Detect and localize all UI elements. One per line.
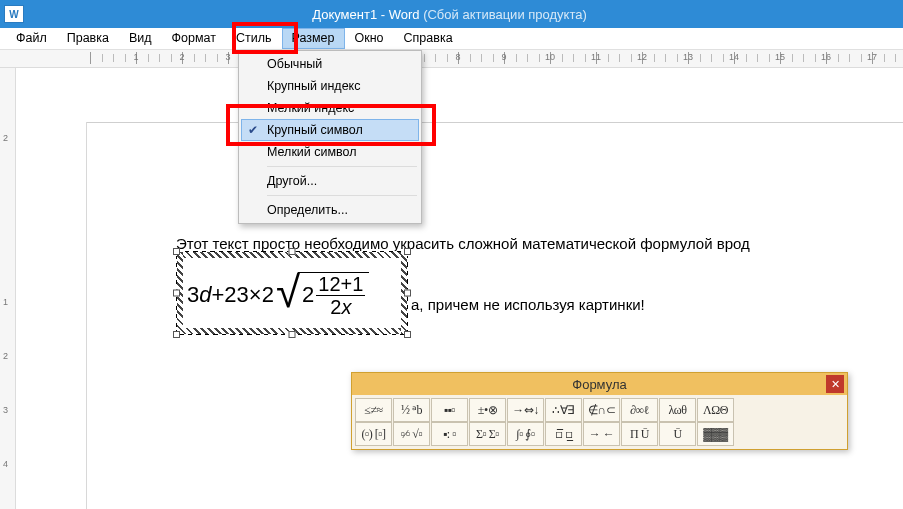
ruler-v-label: 4 [3,459,8,469]
tb-embellish[interactable]: ▪▪▫ [431,398,468,422]
tb-scripts[interactable]: ▪: ▫ [431,422,468,446]
eq-d: d [199,282,211,308]
tb-over-under[interactable]: ▫̅ ▫̲ [545,422,582,446]
toolbar-row-1: ≤≠≈ ½ ᵃb ▪▪▫ ±•⊗ →⇔↓ ∴∀∃ ∉∩⊂ ∂∞ℓ λωθ ΛΩΘ [355,398,844,422]
ruler-h-label: 14 [729,52,739,62]
window-title: Документ1 - Word (Сбой активации продукт… [30,7,899,22]
tb-brackets[interactable]: (▫) [▫] [355,422,392,446]
formula-toolbar-body: ≤≠≈ ½ ᵃb ▪▪▫ ±•⊗ →⇔↓ ∴∀∃ ∉∩⊂ ∂∞ℓ λωθ ΛΩΘ… [352,395,847,449]
dd-item-define[interactable]: Определить... [241,199,419,221]
sqrt-icon: √ [276,272,300,318]
tb-arrows[interactable]: →⇔↓ [507,398,544,422]
check-icon: ✔ [248,123,258,137]
ruler-h-label: 8 [455,52,460,62]
eq-plus: + [212,282,225,308]
paragraph-1[interactable]: Этот текст просто необходимо украсить сл… [176,235,750,252]
dd-label: Мелкий индекс [267,101,354,115]
dd-item-normal[interactable]: Обычный [241,53,419,75]
dd-item-small-symbol[interactable]: Мелкий символ [241,141,419,163]
toolbar-row-2: (▫) [▫] ▫⁄▫ √▫ ▪: ▫ Σ▫ Σ▫ ∫▫ ∮▫ ▫̅ ▫̲ → … [355,422,844,446]
resize-handle-br[interactable] [404,331,411,338]
tb-misc[interactable]: ∂∞ℓ [621,398,658,422]
dd-label: Мелкий символ [267,145,357,159]
tb-set-theory[interactable]: ∉∩⊂ [583,398,620,422]
page-top-shadow [86,122,903,123]
tb-sub-super[interactable]: ½ ᵃb [393,398,430,422]
dd-item-small-index[interactable]: Мелкий индекс [241,97,419,119]
dd-item-other[interactable]: Другой... [241,170,419,192]
tb-bars[interactable]: Ū [659,422,696,446]
eq-2: 2 [262,282,274,308]
dd-label: Крупный символ [267,123,363,137]
dd-separator [267,166,417,167]
formula-toolbar-title[interactable]: Формула ✕ [352,373,847,395]
equation-content: 3d + 23 × 2 √ 2 12+1 2x [187,264,399,326]
menu-help[interactable]: Справка [394,28,463,49]
eq-23: 23 [224,282,248,308]
ruler-vertical[interactable]: 2 1 2 3 4 [0,68,16,509]
ruler-h-label: 13 [683,52,693,62]
tb-operators[interactable]: ±•⊗ [469,398,506,422]
close-button[interactable]: ✕ [826,375,844,393]
ruler-h-label: 2 [179,52,184,62]
resize-handle-t[interactable] [289,248,296,255]
app-icon: W [4,5,24,23]
ruler-h-label: 1 [133,52,138,62]
resize-handle-tr[interactable] [404,248,411,255]
resize-handle-r[interactable] [404,290,411,297]
resize-handle-b[interactable] [289,331,296,338]
menu-bar: Файл Правка Вид Формат Стиль Размер Окно… [0,28,903,50]
tb-relations[interactable]: ≤≠≈ [355,398,392,422]
resize-handle-l[interactable] [173,290,180,297]
ruler-v-label: 2 [3,351,8,361]
tb-sums[interactable]: Σ▫ Σ▫ [469,422,506,446]
menu-file[interactable]: Файл [6,28,57,49]
ruler-h-label: 15 [775,52,785,62]
dd-item-large-index[interactable]: Крупный индекс [241,75,419,97]
close-icon: ✕ [831,378,840,391]
tb-arrows2[interactable]: → ← [583,422,620,446]
ruler-h-label: 11 [591,52,601,62]
eq-3: 3 [187,282,199,308]
tb-matrices[interactable]: ▓▓▓ [697,422,734,446]
resize-handle-tl[interactable] [173,248,180,255]
eq-times: × [249,282,262,308]
ruler-v-label: 1 [3,297,8,307]
ruler-h-label: 17 [867,52,877,62]
activation-note: (Сбой активации продукта) [423,7,587,22]
tb-logic[interactable]: ∴∀∃ [545,398,582,422]
eq-frac-den-2: 2 [330,296,341,318]
menu-style[interactable]: Стиль [226,28,282,49]
ruler-h-label: 9 [501,52,506,62]
tb-greek-lower[interactable]: λωθ [659,398,696,422]
dd-label: Другой... [267,174,317,188]
eq-frac-num: 12+1 [316,273,365,295]
ruler-horizontal[interactable]: 1234567891011121314151617 [0,50,903,68]
menu-window[interactable]: Окно [345,28,394,49]
doc-title-text: Документ1 - Word [312,7,419,22]
ruler-h-label: 3 [225,52,230,62]
resize-handle-bl[interactable] [173,331,180,338]
ruler-v-label: 3 [3,405,8,415]
menu-size[interactable]: Размер [282,28,345,49]
tb-frac-root[interactable]: ▫⁄▫ √▫ [393,422,430,446]
dd-item-large-symbol[interactable]: ✔ Крупный символ [241,119,419,141]
menu-view[interactable]: Вид [119,28,162,49]
title-bar: W Документ1 - Word (Сбой активации проду… [0,0,903,28]
ruler-h-label: 12 [637,52,647,62]
tb-integrals[interactable]: ∫▫ ∮▫ [507,422,544,446]
size-dropdown: Обычный Крупный индекс Мелкий индекс ✔ К… [238,50,422,224]
tb-products[interactable]: Π Ū [621,422,658,446]
dd-label: Обычный [267,57,322,71]
menu-edit[interactable]: Правка [57,28,119,49]
formula-toolbar-window[interactable]: Формула ✕ ≤≠≈ ½ ᵃb ▪▪▫ ±•⊗ →⇔↓ ∴∀∃ ∉∩⊂ ∂… [351,372,848,450]
equation-object[interactable]: 3d + 23 × 2 √ 2 12+1 2x [176,251,408,335]
dd-label: Определить... [267,203,348,217]
menu-format[interactable]: Формат [162,28,226,49]
dd-label: Крупный индекс [267,79,360,93]
eq-sqrt-2: 2 [302,282,314,308]
ruler-h-label: 10 [545,52,555,62]
tb-greek-upper[interactable]: ΛΩΘ [697,398,734,422]
ruler-v-label: 2 [3,133,8,143]
paragraph-2[interactable]: а, причем не используя картинки! [411,296,645,313]
